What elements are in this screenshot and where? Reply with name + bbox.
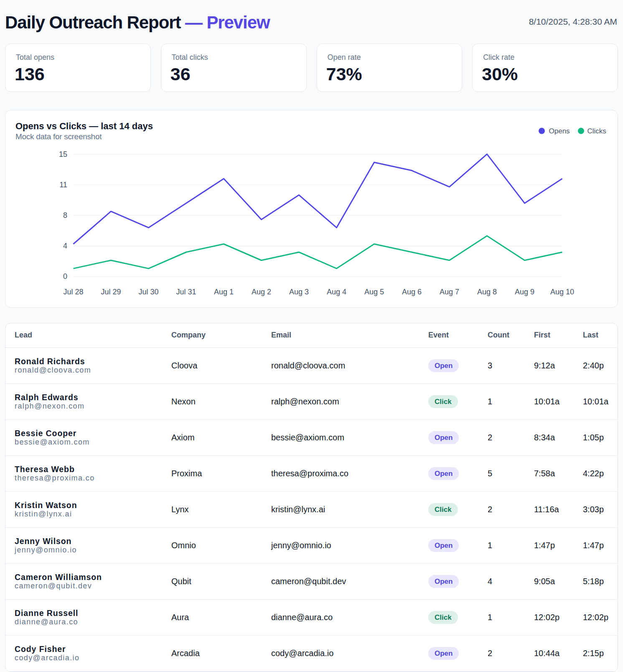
svg-text:Clicks: Clicks [587,127,606,135]
svg-text:Aug 5: Aug 5 [364,288,384,296]
svg-text:Aug 9: Aug 9 [515,288,534,296]
svg-text:Aug 8: Aug 8 [477,288,497,296]
svg-text:Aug 10: Aug 10 [550,288,574,296]
svg-text:Jul 28: Jul 28 [63,288,83,296]
svg-text:Aug 3: Aug 3 [289,288,309,296]
svg-text:Jul 29: Jul 29 [101,288,121,296]
svg-text:0: 0 [63,272,67,281]
svg-text:Aug 2: Aug 2 [252,288,271,296]
svg-text:Opens: Opens [549,127,570,135]
svg-text:Aug 7: Aug 7 [440,288,459,296]
svg-text:Jul 30: Jul 30 [138,288,158,296]
svg-text:Aug 6: Aug 6 [402,288,422,296]
svg-text:15: 15 [59,150,67,158]
svg-text:8: 8 [63,211,67,220]
svg-text:11: 11 [59,181,67,189]
svg-text:Jul 31: Jul 31 [176,288,196,296]
svg-text:Aug 4: Aug 4 [327,288,346,296]
svg-text:Aug 1: Aug 1 [214,288,234,296]
svg-text:4: 4 [63,242,67,250]
